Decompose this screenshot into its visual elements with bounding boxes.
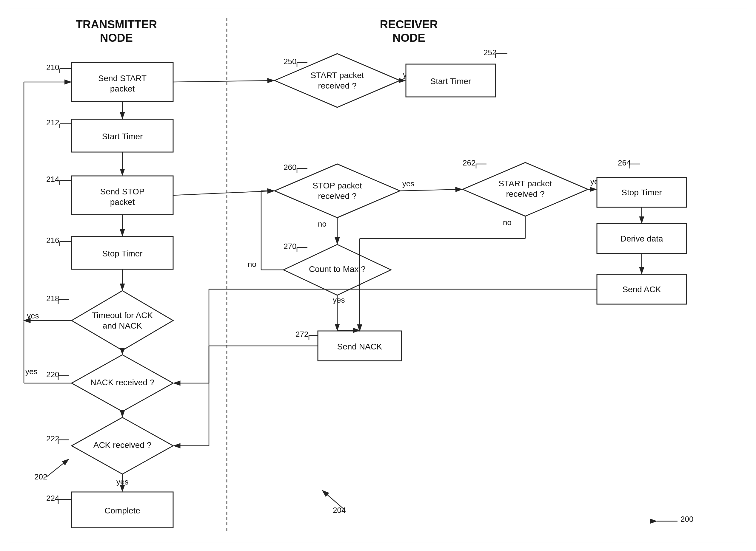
stop-timer-tx-label: Stop Timer [102,249,143,258]
timeout-label2: and NACK [103,321,143,330]
transmitter-node-label: NODE [100,32,133,44]
ref-220: 220 [46,370,59,379]
ref-260: 260 [283,163,296,172]
diagram-container: TRANSMITTER NODE RECEIVER NODE 210 Send … [0,0,756,551]
count-max-yes-label: yes [333,296,345,305]
ref-202: 202 [34,472,47,481]
start-pkt2-label2: received ? [506,189,544,198]
timeout-yes-label: yes [27,311,39,320]
transmitter-header: TRANSMITTER [76,18,157,31]
stop-pkt-label2: received ? [318,191,356,201]
ref-210: 210 [46,63,59,72]
send-nack-label: Send NACK [337,342,382,351]
send-start-label2: packet [110,84,135,93]
ref-216: 216 [46,236,59,245]
ref-270: 270 [283,242,296,251]
timeout-label1: Timeout for ACK [92,311,153,320]
ref-250: 250 [283,57,296,66]
stop-no-label: no [318,219,326,228]
send-stop-label2: packet [110,197,135,207]
ref-212: 212 [46,118,59,127]
ref-222: 222 [46,434,59,443]
count-to-max-label: Count to Max ? [309,264,365,274]
send-start-label: Send START [98,74,147,83]
ref-218: 218 [46,294,59,303]
derive-data-label: Derive data [620,234,663,243]
complete-label: Complete [104,506,140,515]
ref-264: 264 [618,158,631,167]
start-pkt-label2: received ? [318,81,356,90]
receiver-header: RECEIVER [380,18,438,31]
nack-received-label: NACK received ? [90,378,155,387]
count-max-no-label: no [248,260,256,268]
ref-262: 262 [463,158,475,167]
start-timer-rx-label: Start Timer [430,77,471,86]
ref-214: 214 [46,175,59,184]
ref-224: 224 [46,494,59,503]
start-pkt-label1: START packet [311,71,364,80]
start-timer-tx-label: Start Timer [102,132,143,141]
ref-200: 200 [681,515,693,524]
start-pkt2-label1: START packet [499,179,552,188]
send-ack-label: Send ACK [622,285,661,294]
receiver-node-label: NODE [393,32,425,44]
nack-yes-label: yes [25,367,37,376]
ref-204: 204 [333,506,345,515]
stop-pkt-label1: STOP packet [312,181,362,190]
ack-received-label: ACK received ? [93,440,152,450]
stop-yes-label: yes [402,179,414,188]
ref-252: 252 [484,48,496,57]
start-pkt2-no-label: no [503,218,512,227]
send-stop-label: Send STOP [100,187,145,196]
ref-272: 272 [295,330,308,339]
stop-timer-rx-label: Stop Timer [621,188,662,197]
